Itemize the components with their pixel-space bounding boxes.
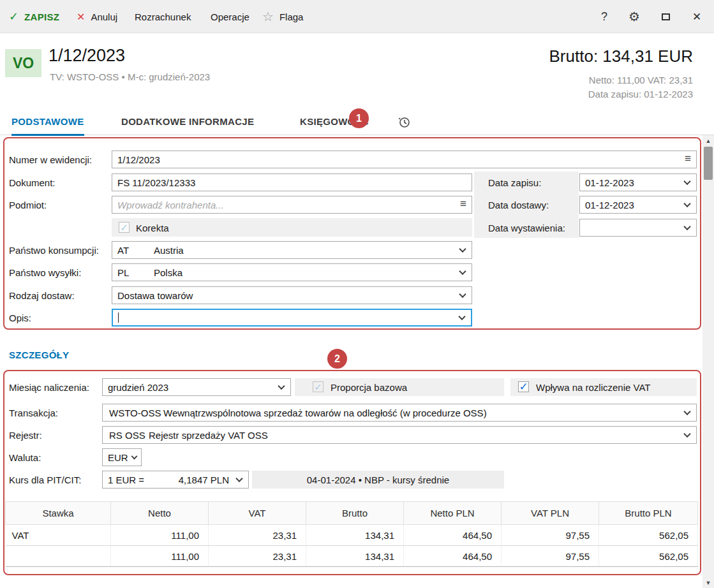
transakcja-desc: Wewnątrzwspólnotowa sprzedaż towarów na … xyxy=(163,408,487,418)
wplywa-checkbox[interactable]: ✓ xyxy=(518,381,529,392)
gear-icon: ⚙ xyxy=(628,9,640,24)
close-button[interactable]: ✕ xyxy=(686,0,708,33)
chevron-down-icon xyxy=(683,178,690,185)
cancel-button[interactable]: ✕ Anuluj xyxy=(77,0,117,33)
cell-vat: 23,31 xyxy=(209,525,306,546)
total-vat: 23,31 xyxy=(209,546,306,567)
text-cursor xyxy=(118,312,119,323)
check-icon: ✓ xyxy=(314,382,322,392)
col-netto[interactable]: Netto xyxy=(111,502,209,525)
cell-brutto-pln: 562,05 xyxy=(599,525,698,546)
total-netto-pln: 464,50 xyxy=(404,546,502,567)
history-icon[interactable] xyxy=(396,114,412,130)
korekta-label: Korekta xyxy=(136,219,169,237)
kurs-info: 04-01-2024 • NBP - kursy średnie xyxy=(252,471,504,489)
tab-dodatkowe-informacje[interactable]: DODATKOWE INFORMACJE xyxy=(121,107,254,135)
panstwo-wysylki-select[interactable]: PL Polska xyxy=(112,263,472,281)
chevron-down-icon xyxy=(459,268,466,275)
operacje-button[interactable]: Operacje xyxy=(211,0,249,33)
chevron-down-icon xyxy=(131,453,138,460)
save-label: ZAPISZ xyxy=(24,11,59,22)
country-name: Polska xyxy=(154,267,182,278)
flaga-button[interactable]: ☆ Flaga xyxy=(262,0,303,33)
waluta-select[interactable]: EUR xyxy=(102,448,142,466)
miesiac-label: Miesiąc naliczenia: xyxy=(9,378,89,396)
cell-stawka: VAT xyxy=(6,525,111,546)
tab-podstawowe[interactable]: PODSTAWOWE xyxy=(11,107,84,135)
save-date-summary: Data zapisu: 01-12-2023 xyxy=(588,89,693,99)
total-stawka xyxy=(6,546,111,567)
help-icon: ? xyxy=(601,10,607,24)
help-button[interactable]: ? xyxy=(593,0,615,33)
opis-select[interactable] xyxy=(112,309,472,327)
rejestr-label: Rejestr: xyxy=(9,426,42,444)
hamburger-icon[interactable]: ≡ xyxy=(460,198,466,210)
hamburger-icon[interactable]: ≡ xyxy=(685,152,691,165)
col-vat[interactable]: VAT xyxy=(209,502,306,525)
kurs-select[interactable]: 1 EUR = 4,1847 PLN xyxy=(102,471,249,489)
data-dostawy-value: 01-12-2023 xyxy=(585,200,634,210)
vat-table: Stawka Netto VAT Brutto Netto PLN VAT PL… xyxy=(5,501,698,567)
kurs-value: 4,1847 PLN xyxy=(179,474,229,485)
data-dostawy-select[interactable]: 01-12-2023 xyxy=(579,196,697,214)
numer-label: Numer w ewidencji: xyxy=(9,151,92,168)
waluta-label: Waluta: xyxy=(9,448,41,466)
rodzaj-dostaw-select[interactable]: Dostawa towarów xyxy=(112,286,472,304)
cell-netto: 111,00 xyxy=(111,525,209,546)
scroll-up-icon[interactable]: ▲ xyxy=(703,135,714,146)
flaga-label: Flaga xyxy=(279,11,304,22)
chevron-down-icon xyxy=(458,313,465,320)
tab-ksiegowosc[interactable]: KSIĘGOWOŚĆ xyxy=(300,107,369,135)
scroll-down-icon[interactable]: ▼ xyxy=(703,577,714,588)
country-code: PL xyxy=(117,267,129,278)
col-brutto-pln[interactable]: Brutto PLN xyxy=(599,502,698,525)
rejestr-select[interactable]: RS OSS Rejestr sprzedaży VAT OSS xyxy=(102,426,697,444)
rozrachunek-button[interactable]: Rozrachunek xyxy=(135,0,191,33)
numer-value: 1/12/2023 xyxy=(117,154,160,165)
chevron-down-icon xyxy=(235,475,242,482)
panstwo-konsumpcji-label: Państwo konsumpcji: xyxy=(9,241,99,259)
data-zapisu-select[interactable]: 01-12-2023 xyxy=(579,173,697,191)
maximize-button[interactable] xyxy=(655,0,676,33)
podmiot-input[interactable]: Wprowadź kontrahenta... ≡ xyxy=(112,196,472,214)
miesiac-select[interactable]: grudzień 2023 xyxy=(102,378,291,396)
tab-bar: PODSTAWOWE DODATKOWE INFORMACJE KSIĘGOWO… xyxy=(0,107,714,135)
miesiac-value: grudzień 2023 xyxy=(108,382,168,393)
check-icon: ✓ xyxy=(519,381,528,392)
col-vat-pln[interactable]: VAT PLN xyxy=(502,502,599,525)
col-stawka[interactable]: Stawka xyxy=(6,502,111,525)
scrollbar-thumb[interactable] xyxy=(704,147,713,180)
transakcja-label: Transakcja: xyxy=(9,404,58,422)
country-code: AT xyxy=(117,245,129,256)
korekta-checkbox[interactable]: ✓ xyxy=(119,222,130,233)
chevron-down-icon xyxy=(683,223,690,230)
toolbar: ✓ ZAPISZ ✕ Anuluj Rozrachunek Operacje ☆… xyxy=(0,0,714,33)
col-brutto[interactable]: Brutto xyxy=(306,502,404,525)
rodzaj-dostaw-value: Dostawa towarów xyxy=(117,290,193,301)
settings-button[interactable]: ⚙ xyxy=(623,0,645,33)
proporcja-checkbox[interactable]: ✓ xyxy=(313,381,324,392)
table-row[interactable]: VAT 111,00 23,31 134,31 464,50 97,55 562… xyxy=(6,525,698,546)
maximize-icon xyxy=(662,13,670,20)
check-icon: ✓ xyxy=(9,10,19,24)
doc-meta: TV: WSTO-OSS • M-c: grudzień-2023 xyxy=(50,71,210,82)
transakcja-select[interactable]: WSTO-OSS Wewnątrzwspólnotowa sprzedaż to… xyxy=(102,404,697,422)
panstwo-wysylki-label: Państwo wysyłki: xyxy=(9,263,81,281)
podmiot-placeholder: Wprowadź kontrahenta... xyxy=(117,200,224,210)
numer-input[interactable]: 1/12/2023 ≡ xyxy=(112,151,697,168)
gross-total: Brutto: 134,31 EUR xyxy=(549,47,693,66)
total-brutto-pln: 562,05 xyxy=(599,546,698,567)
data-wystawienia-select[interactable] xyxy=(579,219,697,237)
chevron-down-icon xyxy=(683,430,690,437)
col-netto-pln[interactable]: Netto PLN xyxy=(404,502,502,525)
rejestr-code: RS OSS xyxy=(109,430,145,441)
waluta-value: EUR xyxy=(108,452,128,463)
panstwo-konsumpcji-select[interactable]: AT Austria xyxy=(112,241,472,259)
doc-type-badge: VO xyxy=(5,49,41,77)
rejestr-desc: Rejestr sprzedaży VAT OSS xyxy=(149,430,268,441)
total-netto: 111,00 xyxy=(111,546,209,567)
save-button[interactable]: ✓ ZAPISZ xyxy=(9,0,59,33)
vertical-scrollbar[interactable]: ▲ ▼ xyxy=(703,135,714,588)
dokument-input[interactable]: FS 11/2023/12333 xyxy=(112,173,472,191)
doc-number: 1/12/2023 xyxy=(48,46,125,66)
